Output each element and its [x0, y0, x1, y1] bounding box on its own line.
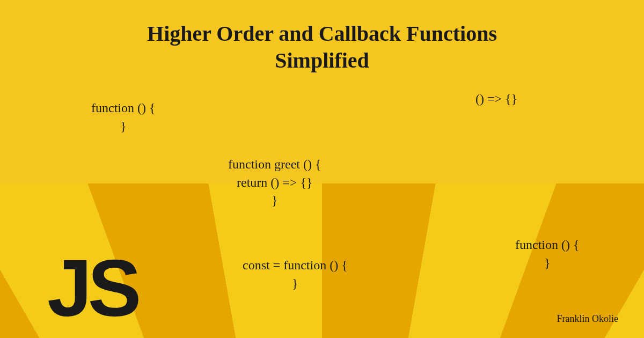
code-snippet-bottom-center: const = function () { } — [243, 256, 348, 292]
title-line-2: Simplified — [275, 48, 369, 72]
js-logo: JS — [47, 248, 137, 328]
title-line-1: Higher Order and Callback Functions — [147, 21, 497, 46]
code-snippet-top-left: function () { } — [91, 99, 155, 135]
main-title: Higher Order and Callback Functions Simp… — [0, 20, 644, 74]
code-snippet-center: function greet () { return () => {} } — [228, 156, 321, 210]
author-credit: Franklin Okolie — [557, 313, 619, 325]
code-snippet-top-right: () => {} — [475, 90, 517, 108]
content-layer: Higher Order and Callback Functions Simp… — [0, 0, 644, 338]
code-snippet-bottom-right: function () { } — [515, 236, 579, 272]
